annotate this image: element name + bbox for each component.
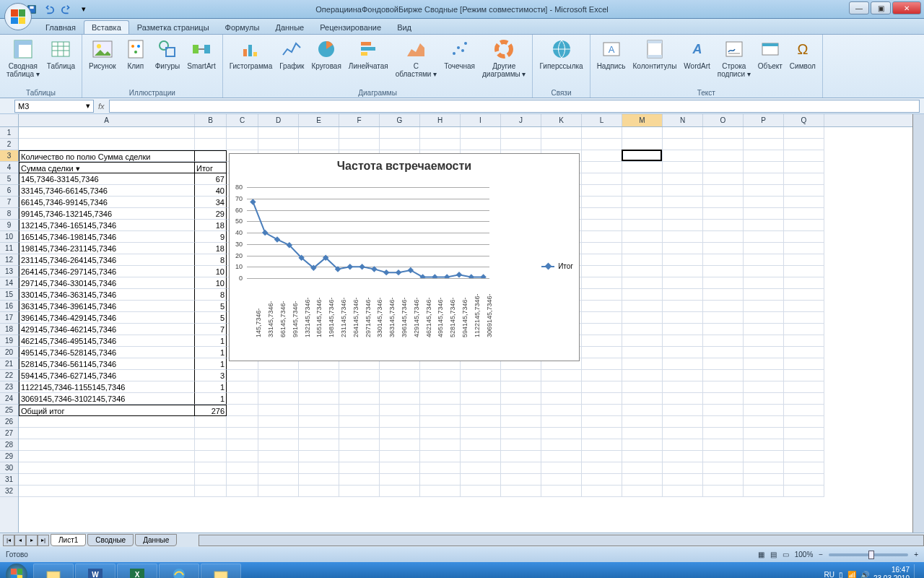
cell[interactable] (19, 451, 195, 462)
cell[interactable] (622, 208, 663, 220)
cell[interactable] (703, 393, 744, 405)
cell[interactable] (622, 301, 663, 312)
cell[interactable] (19, 486, 195, 497)
sheet-nav-first[interactable]: |◂ (3, 535, 14, 546)
cell[interactable] (19, 127, 195, 139)
cell[interactable] (420, 416, 461, 428)
cell[interactable] (258, 451, 299, 462)
row-header[interactable]: 22 (0, 370, 18, 381)
row-header[interactable]: 31 (0, 474, 18, 486)
cell[interactable] (622, 393, 663, 405)
cell[interactable] (541, 451, 582, 462)
cell[interactable] (663, 197, 703, 208)
cell[interactable] (461, 381, 501, 393)
cell[interactable] (420, 370, 461, 381)
cell[interactable] (744, 277, 784, 289)
row-header[interactable]: 23 (0, 381, 18, 393)
cell[interactable] (582, 243, 622, 254)
cell[interactable] (420, 139, 461, 150)
cell[interactable] (380, 462, 420, 474)
cell[interactable] (339, 139, 380, 150)
cell[interactable] (744, 451, 784, 462)
cell[interactable] (582, 486, 622, 497)
cell[interactable] (227, 451, 258, 462)
cell[interactable] (299, 370, 339, 381)
ribbon-button[interactable]: AНадпись (595, 36, 628, 72)
column-header[interactable]: I (461, 114, 501, 126)
cell[interactable] (582, 266, 622, 277)
ribbon-button[interactable]: Рисунок (87, 36, 118, 72)
row-header[interactable]: 4 (0, 162, 18, 173)
row-header[interactable]: 7 (0, 197, 18, 208)
cell[interactable] (582, 451, 622, 462)
cell[interactable] (195, 127, 227, 139)
cell[interactable] (299, 393, 339, 405)
zoom-slider[interactable] (829, 553, 908, 556)
cell[interactable] (582, 197, 622, 208)
cell[interactable] (663, 324, 703, 335)
cell[interactable] (703, 254, 744, 266)
cell[interactable] (582, 358, 622, 370)
cell[interactable] (703, 127, 744, 139)
ribbon-button[interactable]: Точечная (442, 36, 477, 72)
cell[interactable] (622, 347, 663, 358)
tray-clock[interactable]: 16:47 23.03.2010 (873, 566, 910, 578)
cell[interactable] (703, 358, 744, 370)
cell[interactable] (227, 127, 258, 139)
row-header[interactable]: 17 (0, 312, 18, 324)
minimize-button[interactable]: — (849, 1, 869, 14)
cell[interactable] (744, 381, 784, 393)
cell[interactable] (703, 428, 744, 439)
cell[interactable] (501, 451, 541, 462)
ribbon-button[interactable]: Линейчатая (346, 36, 391, 72)
cell[interactable] (663, 220, 703, 231)
cell[interactable] (420, 451, 461, 462)
cell[interactable] (622, 335, 663, 347)
cell[interactable] (420, 393, 461, 405)
cell[interactable] (582, 220, 622, 231)
column-header[interactable]: O (703, 114, 744, 126)
ribbon-button[interactable]: Клип (121, 36, 150, 72)
cell[interactable] (461, 462, 501, 474)
undo-icon[interactable] (42, 2, 56, 17)
start-button[interactable] (1, 563, 32, 578)
cell[interactable] (582, 393, 622, 405)
cell[interactable]: 7 (195, 324, 227, 335)
cell[interactable]: 495145,7346-528145,7346 (19, 347, 195, 358)
cell[interactable] (622, 127, 663, 139)
cell[interactable] (420, 474, 461, 486)
cell[interactable] (703, 370, 744, 381)
cell[interactable]: 99145,7346-132145,7346 (19, 208, 195, 220)
office-button[interactable] (4, 3, 32, 30)
cell[interactable] (461, 474, 501, 486)
ribbon-tab[interactable]: Формулы (217, 20, 268, 34)
cell[interactable] (744, 254, 784, 266)
cell[interactable] (622, 220, 663, 231)
cell[interactable] (380, 474, 420, 486)
cell[interactable] (622, 231, 663, 243)
cell[interactable] (784, 347, 824, 358)
cell[interactable] (582, 381, 622, 393)
column-header[interactable]: N (663, 114, 703, 126)
cell[interactable]: 276 (195, 405, 227, 416)
cell[interactable]: 3 (195, 370, 227, 381)
cell[interactable] (227, 486, 258, 497)
cell[interactable] (227, 370, 258, 381)
tray-network-icon[interactable]: 📶 (847, 571, 856, 579)
cell[interactable]: 66145,7346-99145,7346 (19, 197, 195, 208)
cell[interactable] (663, 439, 703, 451)
row-header[interactable]: 5 (0, 173, 18, 185)
embedded-chart[interactable]: Частота встречаемости 01020304050607080 … (229, 153, 580, 361)
show-desktop[interactable] (914, 564, 920, 578)
cell[interactable] (582, 312, 622, 324)
ribbon-button[interactable]: Объект (756, 36, 785, 72)
cell[interactable] (663, 127, 703, 139)
cell[interactable] (461, 370, 501, 381)
cell[interactable] (784, 335, 824, 347)
row-header[interactable]: 32 (0, 486, 18, 497)
cell[interactable] (663, 173, 703, 185)
cell[interactable] (784, 173, 824, 185)
cell[interactable] (744, 312, 784, 324)
cell[interactable] (622, 162, 663, 173)
cell[interactable] (299, 486, 339, 497)
